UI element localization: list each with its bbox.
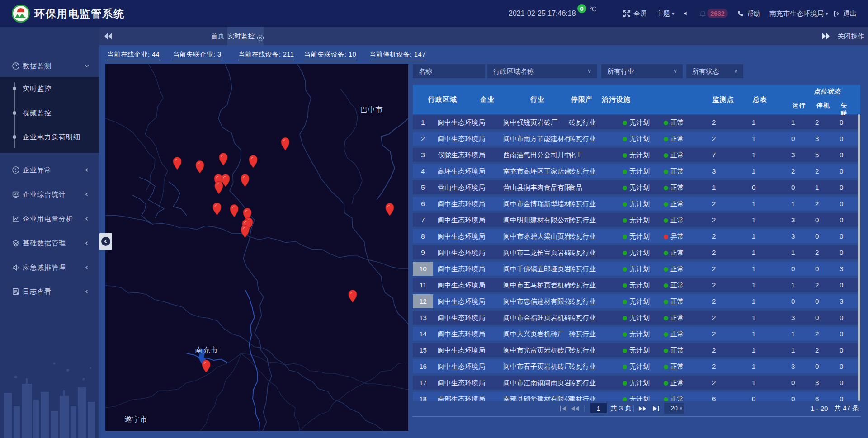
sidebar-subitem-realtime-monitor[interactable]: 实时监控 — [0, 84, 99, 93]
map-pin-icon[interactable] — [386, 203, 394, 216]
map-pin-icon[interactable] — [249, 155, 257, 168]
cell-region: 阆中生态环境局 — [438, 197, 485, 211]
tab-close-icon[interactable]: ✕ — [257, 35, 264, 41]
page-size-select[interactable]: 20∨ — [664, 403, 684, 414]
map-panel-collapse-button[interactable] — [99, 233, 112, 250]
table-row[interactable]: 4高坪生态环境局南充市高坪区王家店建砖瓦行业无计划正常31220 — [413, 164, 860, 178]
table-row[interactable]: 3仪陇生态环境局西南油气田分公司川中化工无计划正常71350 — [413, 148, 860, 162]
table-row[interactable]: 11阆中生态环境局阆中市五马桥页岩机砖砖瓦行业无计划正常21120 — [413, 278, 860, 292]
industry-filter-select[interactable]: 所有行业∨ — [601, 64, 683, 78]
status-filter-select[interactable]: 所有状态∨ — [686, 64, 743, 78]
map-pin-icon[interactable] — [281, 137, 289, 150]
cell-points: 2 — [712, 294, 716, 308]
prev-page-button[interactable] — [571, 400, 579, 417]
sidebar-subitem-video-monitor[interactable]: 视频监控 — [0, 108, 99, 118]
name-filter-input[interactable]: 名称 — [413, 64, 485, 78]
cell-lost: 0 — [840, 164, 843, 178]
cell-industry: 砖瓦行业 — [569, 229, 596, 243]
sidebar-item-enterprise-abnormal[interactable]: 企业异常 — [0, 160, 99, 180]
table-row[interactable]: 5营山生态环境局营山县润丰肉食品有限食品无计划正常10010 — [413, 180, 860, 194]
cell-points: 2 — [712, 343, 716, 357]
page-number-input[interactable] — [590, 403, 607, 414]
cell-lost: 0 — [840, 213, 843, 227]
table-row[interactable]: 2阆中生态环境局阆中市南方节能建材有砖瓦行业无计划正常21030 — [413, 132, 860, 146]
cell-company: 阆中市五马桥页岩机砖 — [503, 278, 572, 292]
table-row[interactable]: 10阆中生态环境局阆中千佛镇五郎垭页岩砖瓦行业无计划正常21003 — [413, 262, 860, 276]
table-row[interactable]: 15阆中生态环境局阆中市光富页岩机砖厂砖瓦行业无计划正常21120 — [413, 343, 860, 357]
help-button[interactable]: 帮助 — [737, 0, 760, 27]
cell-lost: 0 — [840, 327, 843, 341]
table-row[interactable]: 14阆中生态环境局阆中大兴页岩机砖厂砖瓦行业无计划正常21120 — [413, 327, 860, 341]
tabs-scroll-left-icon[interactable] — [103, 32, 113, 40]
map-pin-icon[interactable] — [241, 174, 249, 187]
monitor-icon — [12, 190, 20, 198]
status-dot-icon — [664, 267, 668, 272]
help-label: 帮助 — [747, 9, 760, 18]
map-pin-icon[interactable] — [349, 290, 357, 302]
cell-stop-status: 无计划 — [623, 343, 650, 357]
bell-icon[interactable] — [699, 10, 707, 18]
status-dot-icon — [623, 316, 627, 320]
table-row[interactable]: 6阆中生态环境局阆中市金博瑞新型墙材砖瓦行业无计划正常21120 — [413, 197, 860, 211]
table-row[interactable]: 16阆中生态环境局阆中市石子页岩机砖厂砖瓦行业无计划正常21300 — [413, 359, 860, 373]
gauge-icon — [12, 62, 20, 70]
next-page-button[interactable] — [638, 400, 646, 417]
cell-industry: 砖瓦行业 — [569, 278, 596, 292]
sidebar-item-power-analysis[interactable]: 企业用电量分析 — [0, 209, 99, 229]
cell-industry: 化工 — [569, 148, 582, 162]
cell-lost: 0 — [840, 376, 843, 390]
row-number: 17 — [413, 376, 433, 390]
stat-3: 当前失联设备: 10 — [304, 50, 356, 61]
map-pin-icon[interactable] — [173, 157, 181, 170]
cell-stop-status: 无计划 — [623, 229, 650, 243]
mute-button[interactable] — [683, 0, 689, 27]
last-page-button[interactable] — [652, 400, 660, 417]
sidebar-subitem-power-load-detail[interactable]: 企业电力负荷明细 — [0, 132, 99, 141]
sidebar-item-emergency-reduction[interactable]: 应急减排管理 — [0, 258, 99, 278]
map-pin-icon[interactable] — [219, 153, 227, 165]
close-operations-button[interactable]: 关闭操作 — [837, 27, 864, 45]
fullscreen-button[interactable]: 全屏 — [623, 0, 647, 27]
status-dot-icon — [664, 170, 668, 174]
cell-total: 1 — [752, 197, 755, 211]
region-filter-select[interactable]: 行政区域名称∨ — [487, 64, 597, 78]
table-row[interactable]: 17阆中生态环境局阆中市江南镇阆南页岩砖瓦行业无计划正常21030 — [413, 376, 860, 390]
map-pin-icon[interactable] — [230, 204, 238, 217]
chart-icon — [12, 215, 20, 223]
sidebar-item-base-data[interactable]: 基础数据管理 — [0, 233, 99, 253]
status-dot-icon — [623, 300, 627, 304]
table-row[interactable]: 18南部生态环境局南部县砌华建材有限公建材行业无计划正常60060 — [413, 392, 860, 401]
map-pin-icon[interactable] — [213, 203, 221, 215]
table-scrollbar[interactable] — [858, 114, 860, 401]
tab-home[interactable]: 首页 — [208, 27, 227, 45]
table-row[interactable]: 12阆中生态环境局阆中市忠信建材有限公砖瓦行业无计划正常21003 — [413, 294, 860, 308]
logout-button[interactable]: 退出 — [833, 0, 857, 27]
org-menu[interactable]: 南充市生态环境局▾ — [769, 0, 828, 27]
first-page-button[interactable] — [559, 400, 567, 417]
cell-industry: 砖瓦行业 — [569, 197, 596, 211]
table-row[interactable]: 7阆中生态环境局阆中明阳建材有限公司砖瓦行业无计划正常21300 — [413, 213, 860, 227]
cell-halt: 2 — [815, 343, 819, 357]
table-row[interactable]: 13阆中生态环境局阆中市金福旺页岩机砖砖瓦行业无计划正常21300 — [413, 311, 860, 325]
status-dot-icon — [664, 349, 668, 353]
tab-realtime-monitor[interactable]: 实时监控✕ — [227, 27, 264, 45]
sidebar-item-enterprise-statistics[interactable]: 企业综合统计 — [0, 184, 99, 204]
cell-lost: 0 — [840, 148, 843, 162]
table-row[interactable]: 9阆中生态环境局阆中市二龙长宝页岩砖砖瓦行业无计划正常21120 — [413, 245, 860, 259]
map-pin-icon[interactable] — [196, 160, 204, 173]
theme-menu[interactable]: 主题▾ — [656, 0, 675, 27]
status-dot-icon — [664, 202, 668, 207]
map-panel[interactable]: 巴中市南充市遂宁市 — [105, 64, 408, 431]
notification-count-badge[interactable]: 2632 — [707, 9, 728, 18]
row-number: 12 — [413, 294, 433, 308]
sidebar-item-log-view[interactable]: 日志查看 — [0, 282, 99, 301]
map-pin-icon[interactable] — [202, 360, 210, 372]
sidebar-item-data-monitor[interactable]: 数据监测 — [0, 56, 99, 76]
tabs-scroll-right-icon[interactable] — [821, 32, 831, 40]
cell-total: 1 — [752, 245, 755, 259]
table-row[interactable]: 8阆中生态环境局阆中市枣碧大梁山页岩砖瓦行业无计划异常21300 — [413, 229, 860, 243]
cell-region: 高坪生态环境局 — [438, 164, 485, 178]
cell-region: 阆中生态环境局 — [438, 213, 485, 227]
table-row[interactable]: 1阆中生态环境局阆中强锐页岩砖厂砖瓦行业无计划正常21120 — [413, 115, 860, 129]
map-pin-icon[interactable] — [215, 181, 223, 194]
